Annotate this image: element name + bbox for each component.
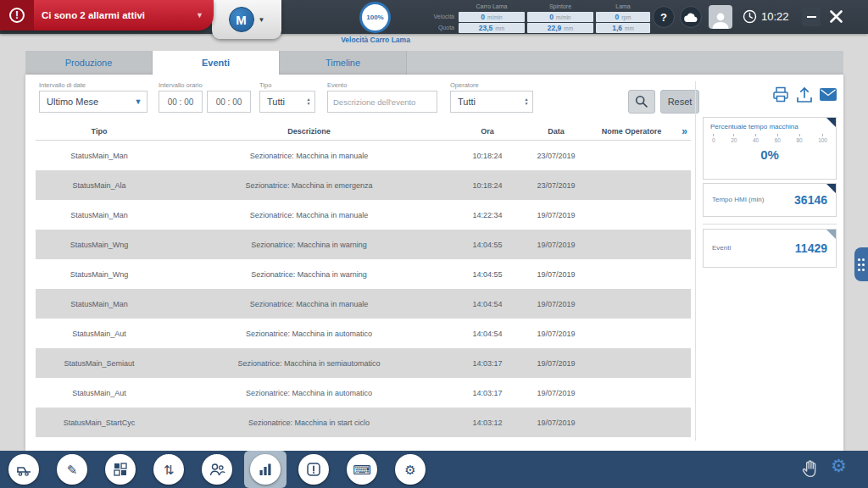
table-row[interactable]: StatusMain_Aut Sezionatrice: Macchina in… (36, 319, 691, 348)
card-fold-corner[interactable] (826, 230, 836, 239)
event-description-input[interactable] (327, 91, 437, 113)
event-type: StatusMain_Ala (36, 181, 163, 190)
pencil-icon: ✎ (67, 463, 78, 476)
speed-value: 0m/min (527, 12, 593, 22)
table-row[interactable]: StatusMain_Wng Sezionatrice: Macchina in… (36, 230, 691, 259)
drag-dots-icon (858, 258, 860, 261)
time-range-label: Intervallo orario (159, 81, 203, 89)
avatar[interactable] (709, 5, 732, 29)
time-from-input[interactable]: 00 : 00 (159, 91, 203, 113)
event-description: Sezionatrice: Macchina in emergenza (163, 181, 455, 190)
event-type: StatusMain_Aut (36, 330, 163, 338)
event-type: StatusMain_Aut (36, 389, 163, 397)
hmi-time-value: 36146 (794, 193, 827, 207)
reset-button[interactable]: Reset (660, 90, 699, 114)
operators-page-button[interactable] (202, 454, 232, 485)
events-table: Tipo Descrizione Ora Data Nome Operatore… (36, 122, 691, 437)
jog-page-button[interactable]: ⇅ (153, 454, 184, 485)
event-time: 14:04:55 (455, 241, 520, 249)
machine-time-value: 0% (704, 147, 836, 162)
speed-gauge: 100% (359, 2, 391, 33)
speed-gauge-label: Velocità Carro Lama (326, 36, 425, 44)
event-date: 19/07/2019 (520, 389, 593, 397)
edit-page-button[interactable]: ✎ (57, 454, 87, 485)
event-date: 19/07/2019 (520, 211, 593, 219)
table-row[interactable]: StatusMain_StartCyc Sezionatrice: Macchi… (36, 408, 691, 437)
speed-row-label: Velocità (414, 12, 456, 22)
search-button[interactable] (628, 90, 655, 114)
event-date: 19/07/2019 (520, 300, 593, 308)
type-select[interactable]: Tutti ▲▼ (259, 91, 315, 113)
minimize-button[interactable] (802, 8, 821, 26)
event-description: Sezionatrice: Macchina in semiautomatico (163, 359, 455, 368)
event-type: StatusMain_StartCyc (36, 419, 163, 427)
touch-mode-button[interactable] (800, 458, 817, 482)
event-time: 14:04:55 (455, 270, 520, 279)
event-time: 10:18:24 (455, 181, 520, 190)
alarm-banner-text: Ci sono 2 allarmi attivi (42, 10, 196, 20)
operator-label: Operatore (450, 81, 479, 89)
operator-select[interactable]: Tutti ▲▼ (450, 91, 533, 113)
tab-produzione[interactable]: Produzione (25, 51, 153, 75)
col-data: Data (520, 127, 593, 136)
table-row[interactable]: StatusMain_Man Sezionatrice: Macchina in… (36, 200, 691, 230)
event-type: StatusMain_Man (36, 211, 163, 219)
event-type: StatusMain_Man (36, 300, 163, 308)
up-down-arrows-icon: ⇅ (164, 463, 175, 476)
clock: 10:22 (743, 9, 789, 24)
mail-button[interactable] (818, 85, 838, 103)
minimize-icon (807, 16, 816, 19)
settings-button[interactable]: ⚙ (831, 457, 847, 474)
modules-page-button[interactable] (105, 454, 136, 485)
machine-time-scale: 0 20 40 60 80 100 (712, 134, 827, 143)
event-date: 23/07/2019 (520, 152, 593, 160)
expand-columns-icon[interactable]: » (682, 125, 687, 137)
events-count-value: 11429 (795, 241, 827, 255)
cloud-button[interactable] (680, 6, 702, 28)
service-page-button[interactable]: ⚙ (395, 454, 426, 485)
table-row[interactable]: StatusMain_Ala Sezionatrice: Macchina in… (36, 170, 691, 200)
table-row[interactable]: StatusMain_Wng Sezionatrice: Macchina in… (36, 259, 691, 289)
card-fold-corner[interactable] (826, 118, 836, 127)
event-type: StatusMain_Semiaut (36, 359, 163, 368)
event-date: 19/07/2019 (520, 330, 593, 338)
table-row[interactable]: StatusMain_Semiaut Sezionatrice: Macchin… (36, 348, 691, 378)
export-button[interactable] (794, 85, 815, 103)
quota-row-label: Quota (414, 23, 456, 33)
event-label: Evento (327, 81, 347, 89)
keyboard-page-button[interactable]: ⌨ (347, 454, 377, 485)
col-descrizione: Descrizione (163, 127, 455, 136)
table-row[interactable]: StatusMain_Aut Sezionatrice: Macchina in… (36, 378, 691, 408)
speed-gauge-value: 100% (366, 14, 383, 21)
event-date: 19/07/2019 (520, 419, 593, 427)
col-operatore: Nome Operatore (593, 127, 670, 136)
table-row[interactable]: StatusMain_Man Sezionatrice: Macchina in… (36, 141, 691, 170)
side-panel-handle[interactable] (854, 247, 868, 281)
gear-icon: ⚙ (404, 463, 415, 476)
statistics-page-button[interactable] (250, 454, 281, 485)
upload-icon (795, 86, 814, 103)
table-row[interactable]: StatusMain_Man Sezionatrice: Macchina in… (36, 289, 691, 319)
col-tipo: Tipo (36, 127, 163, 136)
events-count-label: Eventi (712, 244, 795, 252)
axis-name: Lama (596, 2, 650, 11)
alarms-page-button[interactable] (298, 454, 329, 485)
card-fold-corner[interactable] (826, 184, 836, 193)
print-button[interactable] (771, 85, 791, 103)
hmi-time-card: Tempo HMI (min) 36146 (703, 183, 837, 217)
close-button[interactable] (829, 9, 843, 27)
time-to-input[interactable]: 00 : 00 (207, 91, 251, 113)
brand-logo[interactable]: M ▼ (212, 0, 281, 39)
panel-divider (695, 81, 696, 441)
table-header: Tipo Descrizione Ora Data Nome Operatore… (36, 122, 691, 141)
hmi-time-label: Tempo HMI (min) (712, 196, 794, 204)
help-button[interactable]: ? (653, 6, 675, 28)
chevron-down-icon: ▼ (196, 11, 203, 19)
bottom-toolbar: ✎ ⇅ ⌨ ⚙ ⚙ (0, 451, 868, 488)
tab-eventi[interactable]: Eventi (153, 51, 280, 75)
machine-page-button[interactable] (8, 454, 39, 485)
clock-icon (743, 9, 757, 24)
date-range-select[interactable]: Ultimo Mese ▼ (39, 91, 147, 113)
alarm-banner[interactable]: ! Ci sono 2 allarmi attivi ▼ (0, 0, 214, 30)
tab-timeline[interactable]: Timeline (280, 51, 407, 75)
